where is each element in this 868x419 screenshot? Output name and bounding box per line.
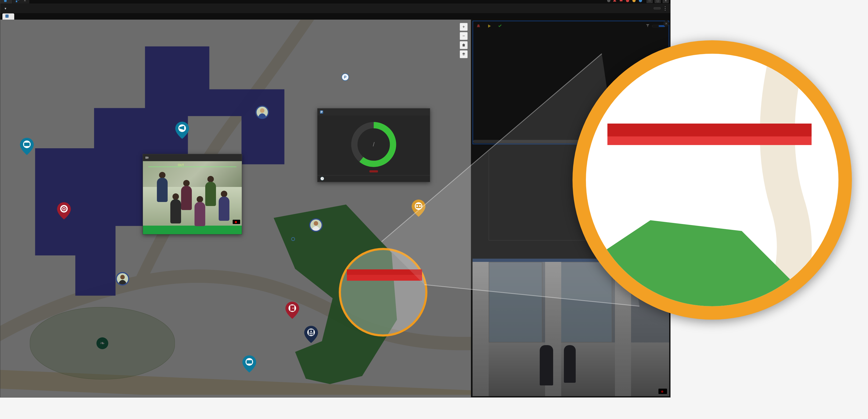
camera-icon <box>145 156 149 160</box>
map-pin-camera[interactable] <box>242 355 256 373</box>
svg-point-3 <box>607 0 610 2</box>
svg-rect-22 <box>309 333 313 333</box>
svg-rect-2 <box>16 1 17 2</box>
window-tabs: ✕ <box>0 0 30 3</box>
svg-rect-12 <box>247 360 252 364</box>
titlebar: ✕ — ▢ ✕ <box>0 0 670 3</box>
open-space: ❧ <box>30 307 175 380</box>
map-tab[interactable] <box>2 13 14 20</box>
svg-point-30 <box>416 205 418 207</box>
map-pin-sensor[interactable] <box>411 199 426 217</box>
alarm-count-tile[interactable] <box>347 269 422 281</box>
updated-row: 🕓 <box>317 175 430 182</box>
alarm-tile-value <box>347 275 422 281</box>
filter-icon[interactable] <box>646 23 650 29</box>
occupancy-value <box>143 229 242 234</box>
svg-point-4 <box>626 0 629 2</box>
magnifier-alarm-value <box>608 136 812 145</box>
donut-ratio: / <box>373 141 374 148</box>
magnifier-inner <box>586 54 838 306</box>
map-pin-alarm[interactable] <box>57 202 71 220</box>
map-tabbar <box>0 13 670 20</box>
select-dashboard-dropdown[interactable]: ▾ <box>3 6 6 10</box>
map-pin-camera[interactable] <box>20 138 34 155</box>
bell-icon <box>476 24 480 28</box>
widget-header: P <box>317 108 430 116</box>
tray-badge[interactable] <box>639 0 642 2</box>
map-avatar[interactable] <box>116 272 129 286</box>
svg-point-5 <box>632 0 636 2</box>
events-alarms-segment <box>652 25 665 27</box>
svg-rect-35 <box>145 157 148 159</box>
map-controls: + − <box>460 23 468 58</box>
trigger-alarm-action[interactable] <box>487 24 493 28</box>
parking-lot-widget[interactable]: P / <box>317 108 430 182</box>
zoom-out-button[interactable]: − <box>460 32 468 40</box>
svg-rect-7 <box>5 14 9 18</box>
map-pin-door[interactable] <box>285 302 300 319</box>
home-icon <box>3 0 7 2</box>
close-icon[interactable]: ✕ <box>24 0 26 2</box>
dining-hall-widget[interactable]: OUT <box>143 154 242 234</box>
svg-point-18 <box>292 308 293 309</box>
clock-icon: 🕓 <box>320 177 324 181</box>
tray-badge[interactable] <box>613 0 617 2</box>
maximize-button[interactable]: ▢ <box>655 0 661 3</box>
widget-header <box>143 154 242 161</box>
tray-badge[interactable] <box>619 0 623 2</box>
svg-point-32 <box>260 108 265 113</box>
callout-ring <box>339 248 427 336</box>
tab-campus-sec[interactable]: ✕ <box>12 0 30 3</box>
svg-point-33 <box>314 221 318 226</box>
violations-badge <box>369 170 378 172</box>
tray-badge[interactable] <box>626 0 630 2</box>
dashboard-icon <box>16 0 19 2</box>
svg-point-6 <box>639 0 642 2</box>
seg-events[interactable] <box>652 25 659 27</box>
svg-rect-17 <box>290 305 294 311</box>
parking-icon: P <box>320 110 323 114</box>
edit-dashboard-button[interactable] <box>654 7 661 9</box>
magnifier-callout <box>572 40 852 320</box>
minimize-button[interactable]: — <box>647 0 653 3</box>
svg-point-34 <box>120 275 125 279</box>
tray-badge[interactable] <box>607 0 611 2</box>
dashboard-header: ▾ ⋮ <box>0 3 670 13</box>
svg-text:P: P <box>321 111 323 114</box>
map-pin-camera[interactable] <box>175 122 189 139</box>
live-badge <box>232 220 240 224</box>
map-avatar[interactable] <box>309 218 323 232</box>
chevron-down-icon: ▾ <box>5 6 6 10</box>
system-tray: — ▢ ✕ <box>607 0 670 3</box>
map-pane[interactable]: ❧ P <box>0 20 471 397</box>
tray-badge[interactable] <box>632 0 637 2</box>
content: ❧ P <box>0 20 670 397</box>
map-pin-intercom[interactable] <box>304 326 318 343</box>
svg-point-31 <box>419 205 421 207</box>
layers-button[interactable] <box>460 50 468 58</box>
svg-rect-20 <box>309 329 313 335</box>
close-icon[interactable]: ✕ <box>663 21 669 27</box>
svg-rect-9 <box>24 142 30 146</box>
map-icon <box>5 14 9 19</box>
donut-chart: / <box>317 116 430 175</box>
parking-label: P <box>341 73 349 82</box>
app-window: ✕ — ▢ ✕ ▾ ⋮ <box>0 0 671 397</box>
svg-rect-0 <box>16 0 17 0</box>
home-button[interactable] <box>460 41 468 49</box>
more-icon[interactable]: ⋮ <box>663 5 668 11</box>
tab-security-desk[interactable] <box>0 0 12 3</box>
svg-rect-1 <box>18 0 19 0</box>
leaf-icon: ❧ <box>100 340 105 347</box>
ack-all-action[interactable] <box>498 24 504 28</box>
close-button[interactable]: ✕ <box>663 0 669 3</box>
svg-rect-23 <box>309 333 313 334</box>
live-badge <box>658 389 667 394</box>
alarms-toolbar <box>473 21 669 31</box>
map-avatar[interactable] <box>255 105 269 119</box>
camera-feed: OUT <box>143 161 242 226</box>
auto-forward-action[interactable] <box>476 24 482 28</box>
zoom-in-button[interactable]: + <box>460 23 468 31</box>
play-icon <box>487 24 491 28</box>
svg-point-15 <box>63 208 65 210</box>
